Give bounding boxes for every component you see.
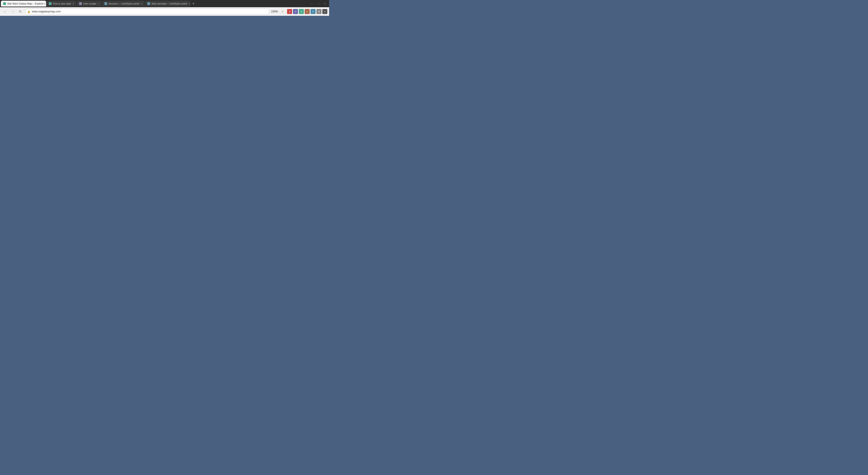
back-button[interactable]: ← — [2, 8, 8, 15]
reload-button[interactable]: ↻ — [17, 8, 24, 15]
tab-4-favicon — [104, 2, 107, 5]
nav-bar: ← → ↻ 🔒 www.swgalaxymap.com 150% ☆ S U U… — [0, 7, 329, 16]
minimize-button[interactable]: ─ — [308, 0, 315, 7]
forward-button[interactable]: → — [9, 8, 16, 15]
tab-2-favicon — [49, 2, 52, 5]
tab-5-label: Add userstyle – UseStyles.world — [151, 2, 187, 5]
address-text: www.swgalaxymap.com — [32, 10, 61, 13]
ext-3-icon[interactable]: U — [299, 9, 304, 14]
ext-5-icon[interactable]: U — [311, 9, 315, 14]
ext-2-icon[interactable]: U — [293, 9, 298, 14]
ext-7-icon[interactable]: ≡ — [322, 9, 327, 14]
tab-5-favicon — [147, 2, 150, 5]
ext-4-icon[interactable]: U — [305, 9, 310, 14]
tab-4-label: Account — UseStyles.world — [108, 2, 139, 5]
tab-1-label: Star Wars Galaxy Map – Explore t… — [7, 2, 46, 5]
address-bar[interactable]: 🔒 www.swgalaxymap.com — [25, 8, 270, 14]
tab-3-label: User scripts — [83, 2, 96, 5]
browser-window: Star Wars Galaxy Map – Explore t… ✕ Post… — [0, 0, 329, 16]
new-tab-button[interactable]: + — [191, 1, 196, 6]
ext-6-icon[interactable]: ⚙ — [316, 9, 321, 14]
extensions-bar: S U U U U ⚙ ≡ — [287, 9, 327, 14]
tab-3[interactable]: User scripts ✕ — [77, 1, 102, 6]
maximize-button[interactable]: □ — [315, 0, 321, 7]
tab-5-close[interactable]: ✕ — [188, 2, 190, 5]
tab-2[interactable]: Post a new style ✕ — [46, 1, 76, 6]
tab-1-favicon — [3, 2, 6, 5]
tab-5[interactable]: Add userstyle – UseStyles.world ✕ — [145, 1, 190, 6]
lock-icon: 🔒 — [27, 10, 31, 13]
tab-4[interactable]: Account — UseStyles.world ✕ — [102, 1, 145, 6]
browser-chrome: Star Wars Galaxy Map – Explore t… ✕ Post… — [0, 0, 329, 16]
bookmark-button[interactable]: ☆ — [279, 8, 286, 15]
tab-3-close[interactable]: ✕ — [98, 2, 99, 5]
close-window-button[interactable]: ✕ — [322, 0, 328, 7]
tab-3-favicon — [79, 2, 82, 5]
tab-1[interactable]: Star Wars Galaxy Map – Explore t… ✕ — [1, 1, 46, 6]
tab-2-close[interactable]: ✕ — [72, 2, 74, 5]
ext-1-icon[interactable]: S — [287, 9, 292, 14]
tab-4-close[interactable]: ✕ — [141, 2, 143, 5]
zoom-level: 150% — [271, 10, 278, 13]
tab-2-label: Post a new style — [53, 2, 71, 5]
tab-bar: Star Wars Galaxy Map – Explore t… ✕ Post… — [0, 0, 329, 7]
